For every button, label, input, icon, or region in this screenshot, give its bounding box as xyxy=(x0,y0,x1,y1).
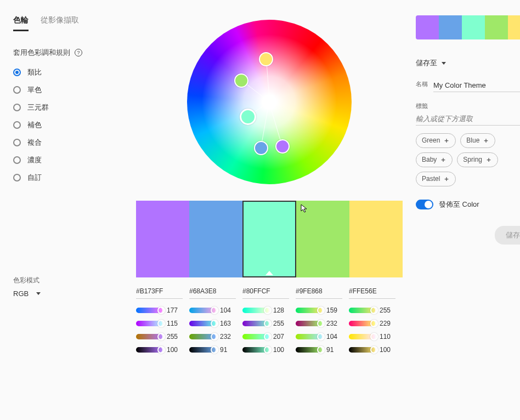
tab-color-wheel[interactable]: 色輪 xyxy=(13,15,29,31)
channel-b-slider[interactable] xyxy=(242,334,269,339)
channel-alpha-value[interactable]: 91 xyxy=(326,346,342,354)
channel-r-value[interactable]: 255 xyxy=(380,307,395,314)
tags-input[interactable] xyxy=(416,113,520,126)
save-to-label: 儲存至 xyxy=(416,58,437,68)
wheel-color-knob[interactable] xyxy=(259,52,273,66)
color-mode-value: RGB xyxy=(13,290,29,298)
channel-r-value[interactable]: 159 xyxy=(326,307,342,314)
channel-b-value[interactable]: 207 xyxy=(273,333,289,340)
color-swatch[interactable] xyxy=(189,201,242,277)
harmony-rule-option[interactable]: 類比 xyxy=(13,67,123,77)
channel-b-slider[interactable] xyxy=(189,334,216,339)
harmony-rule-option[interactable]: 三元群 xyxy=(13,103,123,112)
hex-value[interactable]: #FFE56E xyxy=(349,287,395,299)
channel-g-slider[interactable] xyxy=(349,321,375,326)
harmony-rule-option[interactable]: 複合 xyxy=(13,138,123,147)
channel-b-slider[interactable] xyxy=(349,334,375,339)
tag-chip[interactable]: Pastel＋ xyxy=(416,172,456,186)
save-to-dropdown[interactable]: 儲存至 xyxy=(416,58,520,68)
tag-chip[interactable]: Baby＋ xyxy=(416,152,453,167)
chevron-down-icon xyxy=(36,292,41,295)
publish-toggle[interactable] xyxy=(416,200,433,209)
mode-tabs: 色輪 從影像擷取 xyxy=(13,15,123,31)
tags-label: 標籤 xyxy=(416,102,520,110)
plus-icon: ＋ xyxy=(440,155,446,164)
channel-b-value[interactable]: 255 xyxy=(167,333,182,340)
plus-icon: ＋ xyxy=(443,136,450,145)
hex-value[interactable]: #B173FF xyxy=(136,287,183,299)
plus-icon: ＋ xyxy=(483,136,489,145)
channel-g-value[interactable]: 232 xyxy=(326,320,342,327)
theme-name-label: 名稱 xyxy=(416,80,428,88)
info-icon[interactable]: ? xyxy=(75,49,82,56)
channel-alpha-value[interactable]: 100 xyxy=(380,346,395,354)
theme-name-input[interactable] xyxy=(433,80,520,92)
channel-b-value[interactable]: 104 xyxy=(326,333,342,340)
channel-alpha-value[interactable]: 100 xyxy=(273,346,289,354)
channel-alpha-slider[interactable] xyxy=(349,347,375,353)
channel-b-slider[interactable] xyxy=(136,334,162,339)
channel-b-value[interactable]: 110 xyxy=(380,333,395,340)
color-wheel[interactable] xyxy=(187,20,352,184)
channel-g-value[interactable]: 255 xyxy=(273,320,289,327)
channel-alpha-slider[interactable] xyxy=(189,347,216,353)
plus-icon: ＋ xyxy=(443,174,450,184)
tag-chips: Green＋Blue＋Baby＋Spring＋Pastel＋ xyxy=(416,133,520,186)
mini-swatch-preview xyxy=(416,15,520,39)
wheel-color-knob[interactable] xyxy=(234,73,248,88)
harmony-rule-title: 套用色彩調和規則 xyxy=(13,48,70,58)
hex-value[interactable]: #80FFCF xyxy=(242,287,289,299)
channel-r-value[interactable]: 128 xyxy=(273,307,289,314)
swatch-row xyxy=(136,201,403,277)
tag-chip[interactable]: Spring＋ xyxy=(457,152,498,167)
harmony-rule-option[interactable]: 補色 xyxy=(13,120,123,130)
channel-columns: #B173FF177115255100#68A3E810416323291#80… xyxy=(136,287,403,359)
channel-alpha-slider[interactable] xyxy=(242,347,269,353)
channel-alpha-slider[interactable] xyxy=(296,347,322,353)
color-swatch[interactable] xyxy=(296,201,349,277)
tag-chip[interactable]: Green＋ xyxy=(416,133,456,148)
channel-g-value[interactable]: 115 xyxy=(167,320,182,327)
channel-alpha-value[interactable]: 91 xyxy=(220,346,235,354)
color-swatch[interactable] xyxy=(242,201,296,277)
harmony-rule-radio-group: 類比單色三元群補色複合濃度自訂 xyxy=(13,67,123,183)
channel-r-slider[interactable] xyxy=(136,308,162,313)
channel-r-slider[interactable] xyxy=(349,308,375,313)
channel-g-slider[interactable] xyxy=(242,321,269,326)
harmony-rule-header: 套用色彩調和規則 ? xyxy=(13,48,123,58)
harmony-rule-option[interactable]: 自訂 xyxy=(13,173,123,183)
hex-value[interactable]: #9FE868 xyxy=(296,287,342,299)
color-swatch[interactable] xyxy=(136,201,189,277)
color-mode-label: 色彩模式 xyxy=(13,276,123,285)
wheel-color-knob[interactable] xyxy=(275,139,290,154)
channel-g-slider[interactable] xyxy=(296,321,322,326)
tag-chip[interactable]: Blue＋ xyxy=(460,133,495,148)
wheel-color-knob[interactable] xyxy=(240,109,256,125)
tab-extract-from-image[interactable]: 從影像擷取 xyxy=(41,15,79,31)
hex-value[interactable]: #68A3E8 xyxy=(189,287,236,299)
wheel-color-knob[interactable] xyxy=(254,141,268,155)
channel-r-slider[interactable] xyxy=(242,308,269,313)
channel-b-slider[interactable] xyxy=(296,334,322,339)
channel-g-value[interactable]: 229 xyxy=(380,320,395,327)
save-button[interactable]: 儲存 xyxy=(495,226,520,245)
plus-icon: ＋ xyxy=(485,155,492,164)
channel-b-value[interactable]: 232 xyxy=(220,333,235,340)
publish-label: 發佈至 Color xyxy=(439,200,479,209)
harmony-rule-option[interactable]: 單色 xyxy=(13,85,123,95)
channel-alpha-slider[interactable] xyxy=(136,347,162,353)
channel-r-value[interactable]: 104 xyxy=(220,307,235,314)
color-mode-select[interactable]: RGB xyxy=(13,290,123,298)
chevron-down-icon xyxy=(442,62,446,65)
channel-g-slider[interactable] xyxy=(136,321,162,326)
harmony-rule-option[interactable]: 濃度 xyxy=(13,155,123,165)
channel-alpha-value[interactable]: 100 xyxy=(167,346,182,354)
color-swatch[interactable] xyxy=(349,201,403,277)
channel-g-value[interactable]: 163 xyxy=(220,320,235,327)
channel-r-slider[interactable] xyxy=(189,308,216,313)
channel-r-value[interactable]: 177 xyxy=(167,307,182,314)
channel-g-slider[interactable] xyxy=(189,321,216,326)
channel-r-slider[interactable] xyxy=(296,308,322,313)
